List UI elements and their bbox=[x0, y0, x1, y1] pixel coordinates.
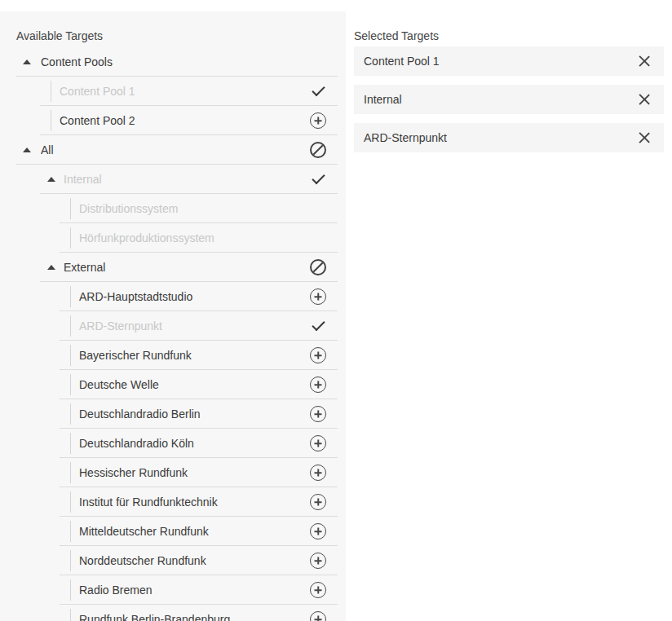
selected-target-chip: ARD-Sternpunkt bbox=[354, 123, 664, 152]
selected-target-label: Content Pool 1 bbox=[364, 55, 638, 68]
tree-row[interactable]: Hessischer Rundfunk bbox=[0, 458, 346, 487]
tree-row[interactable]: Internal bbox=[0, 165, 346, 194]
tree-row[interactable]: ARD-Hauptstadtstudio bbox=[0, 282, 346, 311]
tree-row[interactable]: Bayerischer Rundfunk bbox=[0, 341, 346, 370]
tree-guide-line bbox=[70, 491, 71, 513]
tree-item-label: Content Pool 2 bbox=[60, 114, 310, 127]
tree-guide-line bbox=[51, 110, 51, 131]
block-icon[interactable] bbox=[310, 142, 326, 158]
block-icon[interactable] bbox=[310, 259, 326, 275]
add-icon[interactable] bbox=[310, 465, 326, 481]
close-icon[interactable] bbox=[638, 131, 651, 144]
tree-row[interactable]: Content Pools bbox=[0, 47, 346, 77]
tree-row[interactable]: Norddeutscher Rundfunk bbox=[0, 546, 346, 575]
tree-item-label: Deutschlandradio Berlin bbox=[79, 407, 310, 421]
add-icon[interactable] bbox=[310, 553, 326, 569]
tree-item-label: ARD-Hauptstadtstudio bbox=[79, 290, 310, 303]
tree-item-label: Norddeutscher Rundfunk bbox=[79, 554, 310, 567]
tree-row[interactable]: Content Pool 1 bbox=[0, 77, 346, 106]
tree-item-label: External bbox=[64, 261, 310, 274]
tree-item-label: All bbox=[41, 143, 310, 156]
tree-item-label: ARD-Sternpunkt bbox=[79, 319, 310, 333]
available-targets-title: Available Targets bbox=[0, 11, 346, 44]
tree-item-label: Deutsche Welle bbox=[79, 378, 310, 391]
tree-row[interactable]: Institut für Rundfunktechnik bbox=[0, 487, 346, 517]
add-icon[interactable] bbox=[310, 288, 326, 305]
add-icon[interactable] bbox=[310, 347, 326, 363]
tree-row[interactable]: Mitteldeutscher Rundfunk bbox=[0, 517, 346, 546]
tree-guide-line bbox=[70, 609, 71, 621]
tree-item-label: Hessischer Rundfunk bbox=[79, 466, 310, 479]
tree-row[interactable]: Content Pool 2 bbox=[0, 106, 346, 135]
tree-guide-line bbox=[70, 403, 71, 425]
collapse-arrow-icon[interactable] bbox=[23, 148, 31, 152]
add-icon[interactable] bbox=[310, 377, 326, 393]
tree-guide-line bbox=[70, 315, 71, 337]
tree-guide-line bbox=[70, 462, 71, 483]
tree-guide-line bbox=[70, 374, 71, 395]
tree-guide-line bbox=[70, 579, 71, 601]
available-targets-panel: Available Targets Content Pools Content … bbox=[0, 11, 346, 621]
collapse-arrow-icon[interactable] bbox=[47, 177, 55, 182]
add-icon[interactable] bbox=[310, 523, 326, 540]
tree-row[interactable]: All bbox=[0, 135, 346, 165]
tree-guide-line bbox=[70, 198, 71, 219]
collapse-arrow-icon[interactable] bbox=[23, 59, 31, 64]
selected-target-chip: Content Pool 1 bbox=[354, 46, 664, 76]
tree-guide-line bbox=[51, 81, 51, 102]
tree-item-label: Institut für Rundfunktechnik bbox=[79, 495, 310, 509]
selected-targets-title: Selected Targets bbox=[354, 29, 672, 42]
tree-item-label: Distributionssystem bbox=[79, 202, 346, 215]
tree-row[interactable]: External bbox=[0, 253, 346, 282]
add-icon[interactable] bbox=[310, 406, 326, 422]
tree-row[interactable]: Deutschlandradio Köln bbox=[0, 429, 346, 458]
tree-guide-line bbox=[70, 433, 71, 454]
tree-row[interactable]: ARD-Sternpunkt bbox=[0, 311, 346, 341]
selected-targets-panel: Selected Targets Content Pool 1 Internal… bbox=[346, 0, 672, 621]
check-icon[interactable] bbox=[310, 83, 326, 99]
selected-target-label: Internal bbox=[364, 93, 638, 106]
tree-row: Distributionssystem bbox=[0, 194, 346, 223]
tree-row: Hörfunkproduktionssystem bbox=[0, 223, 346, 253]
tree-item-label: Bayerischer Rundfunk bbox=[79, 349, 310, 362]
check-icon[interactable] bbox=[310, 318, 326, 334]
selected-target-chip: Internal bbox=[354, 85, 664, 114]
tree-row[interactable]: Radio Bremen bbox=[0, 575, 346, 605]
tree-item-label: Content Pool 1 bbox=[60, 85, 310, 98]
tree-item-label: Rundfunk Berlin-Brandenburg bbox=[79, 613, 310, 621]
tree-guide-line bbox=[70, 521, 71, 542]
tree-guide-line bbox=[70, 286, 71, 307]
tree-item-label: Internal bbox=[64, 173, 310, 186]
close-icon[interactable] bbox=[638, 93, 651, 106]
tree-row[interactable]: Rundfunk Berlin-Brandenburg bbox=[0, 605, 346, 621]
available-targets-tree: Content Pools Content Pool 1 Content Poo… bbox=[0, 47, 346, 621]
dual-list-target-picker: Available Targets Content Pools Content … bbox=[0, 0, 672, 621]
add-icon[interactable] bbox=[310, 494, 326, 510]
selected-target-label: ARD-Sternpunkt bbox=[364, 131, 638, 144]
close-icon[interactable] bbox=[638, 55, 651, 68]
add-icon[interactable] bbox=[310, 611, 326, 621]
tree-guide-line bbox=[70, 227, 71, 249]
tree-item-label: Hörfunkproduktionssystem bbox=[79, 231, 346, 244]
add-icon[interactable] bbox=[310, 435, 326, 451]
tree-item-label: Deutschlandradio Köln bbox=[79, 437, 310, 450]
tree-guide-line bbox=[70, 550, 71, 571]
add-icon[interactable] bbox=[310, 582, 326, 598]
check-icon[interactable] bbox=[310, 171, 326, 187]
tree-item-label: Radio Bremen bbox=[79, 584, 310, 597]
tree-row[interactable]: Deutschlandradio Berlin bbox=[0, 399, 346, 429]
tree-item-label: Content Pools bbox=[41, 55, 346, 68]
tree-row[interactable]: Deutsche Welle bbox=[0, 370, 346, 399]
add-icon[interactable] bbox=[310, 112, 326, 129]
tree-guide-line bbox=[70, 345, 71, 366]
tree-item-label: Mitteldeutscher Rundfunk bbox=[79, 525, 310, 538]
collapse-arrow-icon[interactable] bbox=[47, 265, 55, 270]
